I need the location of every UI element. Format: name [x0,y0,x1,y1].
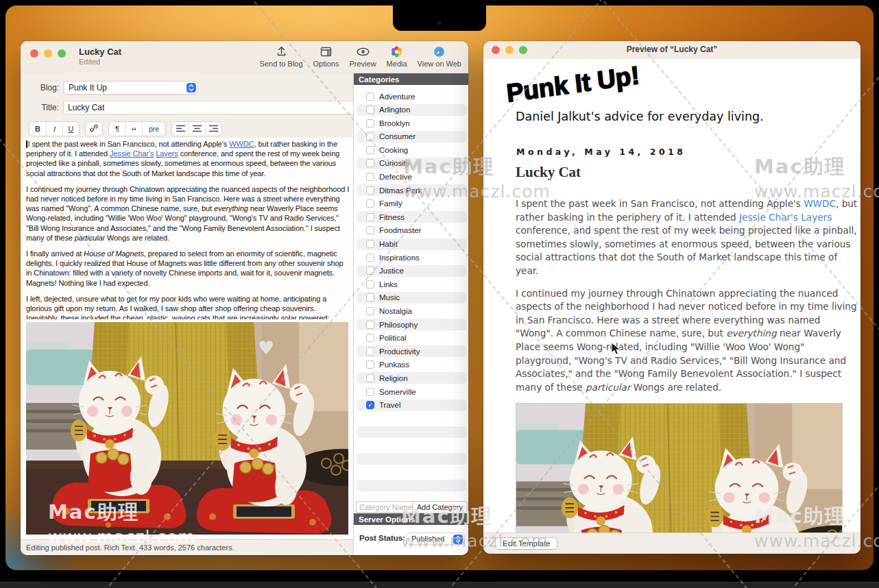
category-row[interactable]: Habit [357,238,466,250]
category-row[interactable]: ✓Travel [357,400,466,411]
category-row[interactable]: Somerville [357,386,466,397]
category-row[interactable]: Music [357,292,466,304]
checkbox[interactable] [366,93,374,101]
checkbox[interactable] [366,199,374,208]
blog-popup[interactable]: Punk It Up [63,81,198,95]
underline-button[interactable]: U [62,122,79,136]
text-run: particular [586,382,630,393]
checkbox[interactable] [366,254,374,262]
text-link[interactable]: WWDC [229,140,254,148]
post-body-editor[interactable]: I spent the past week in San Francisco, … [26,139,350,319]
category-row[interactable]: Ditmas Park [357,184,466,196]
minimize-button[interactable] [44,49,52,58]
category-row[interactable]: Defective [357,171,466,183]
stepper-icon[interactable] [186,83,196,93]
category-row[interactable]: Religion [357,372,466,384]
category-row[interactable]: Nostalgia [357,306,466,317]
category-row[interactable]: Curiosity [357,158,466,169]
category-row[interactable]: Punkass [357,359,466,371]
toolbar-options[interactable]: Options [313,44,339,68]
link-button[interactable] [86,122,102,136]
checkbox[interactable] [366,226,374,234]
toolbar-preview[interactable]: Preview [349,44,376,68]
checkbox[interactable] [366,186,374,195]
category-row[interactable]: Brooklyn [357,117,466,129]
checkbox[interactable] [366,106,374,114]
toolbar-label: Media [387,60,407,68]
category-name-input[interactable] [356,501,419,513]
eye-icon [356,44,370,59]
lucky-cat-photo[interactable]: ♥ [26,322,348,535]
italic-button[interactable]: I [46,122,62,136]
checkbox[interactable] [366,146,374,154]
category-row[interactable]: Productivity [357,345,466,357]
checkbox[interactable] [366,293,374,302]
post-status-popup[interactable]: Published [406,532,465,545]
toolbar-media[interactable]: Media [387,44,407,68]
category-row[interactable]: Fitness [357,211,466,223]
minimize-button[interactable] [505,46,514,54]
category-row[interactable]: Justice [357,265,466,277]
category-row[interactable]: Links [357,278,466,290]
category-row[interactable]: Adventure [357,90,466,102]
checkbox[interactable] [366,374,374,382]
editor-titlebar[interactable]: Lucky Cat Edited Send to BlogOptionsPrev… [21,41,468,74]
zoom-button[interactable] [519,46,527,54]
checkbox[interactable] [366,360,374,369]
checkbox[interactable] [366,213,374,221]
toolbar-view-on-web[interactable]: View on Web [418,44,461,68]
category-row[interactable]: Cooking [357,144,466,156]
title-input[interactable] [63,101,359,114]
zoom-button[interactable] [58,49,66,58]
category-empty-row [357,413,466,424]
text-link[interactable]: Jessie Char's [110,149,154,158]
category-row[interactable]: Philosophy [357,319,466,330]
checkbox[interactable] [366,334,374,342]
checkbox[interactable]: ✓ [366,401,374,409]
align-left-button[interactable] [172,122,189,136]
category-label: Consumer [379,132,416,140]
preview-titlebar[interactable]: Preview of “Lucky Cat” [483,41,860,60]
title-label: Title: [21,103,63,112]
pilcrow-button[interactable]: ¶ [109,122,125,136]
category-label: Foodmaster [379,226,421,234]
stepper-icon[interactable] [453,535,463,544]
compass-icon [433,44,446,59]
checkbox[interactable] [366,267,374,275]
category-label: Family [379,199,402,208]
checkbox[interactable] [366,307,374,315]
category-label: Fitness [379,213,405,221]
add-category-button[interactable]: Add Category [412,501,468,513]
category-row[interactable]: Family [357,198,466,210]
align-right-button[interactable] [205,122,221,136]
text-link[interactable]: WWDC [804,198,836,209]
checkbox[interactable] [366,119,374,127]
category-row[interactable]: Arlington [357,104,466,116]
category-row[interactable]: Consumer [357,131,466,143]
text-link[interactable]: Jessie Char's [739,212,798,223]
checkbox[interactable] [366,240,374,248]
checkbox[interactable] [366,173,374,181]
category-row[interactable]: Inspirations [357,252,466,263]
checkbox[interactable] [366,280,374,289]
traffic-lights [492,46,527,54]
checkbox[interactable] [366,347,374,356]
toolbar-send-to-blog[interactable]: Send to Blog [260,44,303,68]
close-button[interactable] [30,49,38,58]
blockquote-button[interactable]: “ [125,122,142,136]
bold-button[interactable]: B [29,122,46,136]
checkbox[interactable] [366,321,374,329]
preview-window: Preview of “Lucky Cat” Punk It Up! Danie… [483,41,860,554]
edit-template-button[interactable]: Edit Template [495,537,557,550]
checkbox[interactable] [366,159,374,167]
text-link[interactable]: Layers [156,149,178,158]
category-row[interactable]: Political [357,332,466,344]
category-empty-row [357,453,466,465]
checkbox[interactable] [366,388,374,396]
category-row[interactable]: Foodmaster [357,225,466,236]
align-center-button[interactable] [189,122,205,136]
text-link[interactable]: Layers [801,212,832,223]
pre-button[interactable]: pre [142,122,165,136]
close-button[interactable] [492,46,500,54]
checkbox[interactable] [366,132,374,140]
